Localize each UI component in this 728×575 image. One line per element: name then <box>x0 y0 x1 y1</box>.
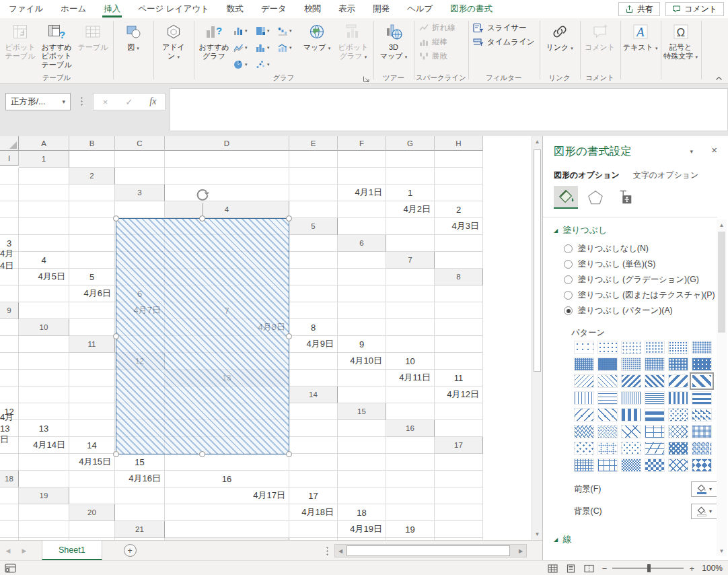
scroll-up-icon[interactable]: ▲ <box>717 219 727 230</box>
page-break-preview-button[interactable] <box>584 564 594 573</box>
pattern-swatch-weave[interactable] <box>668 425 688 438</box>
cell-H1[interactable] <box>0 168 19 184</box>
comment-button[interactable]: コメント <box>582 20 618 52</box>
cell-A16[interactable] <box>435 420 483 437</box>
cell-B20[interactable] <box>165 504 289 521</box>
row-header-4[interactable]: 4 <box>165 201 289 218</box>
insert-waterfall-chart-button[interactable]: ▾ <box>277 26 299 36</box>
row-header-14[interactable]: 14 <box>289 386 338 403</box>
cell-G17[interactable] <box>338 454 386 471</box>
timeline-button[interactable]: タイムライン <box>470 35 538 49</box>
cell-I19[interactable] <box>19 504 69 521</box>
pattern-swatch-small-checker-board[interactable] <box>621 459 641 472</box>
insert-combo-chart-button[interactable]: ▾ <box>277 42 299 53</box>
cell-G20[interactable] <box>0 521 19 538</box>
cell-E1[interactable] <box>338 151 386 168</box>
pattern-swatch-75[interactable] <box>645 358 665 371</box>
cell-C21[interactable]: 4月19日 <box>338 521 386 538</box>
cell-D19[interactable]: 17 <box>289 487 338 504</box>
cell-B3[interactable] <box>289 184 338 201</box>
cell-D1[interactable] <box>289 151 338 168</box>
fill-option-2[interactable]: 塗りつぶし (グラデーション)(G) <box>564 272 715 288</box>
cell-H9[interactable] <box>435 302 483 319</box>
insert-column-chart-button[interactable]: ▾ <box>232 26 254 36</box>
page-layout-view-button[interactable] <box>566 564 576 573</box>
resize-handle-ne[interactable] <box>286 215 292 222</box>
pattern-swatch-60[interactable] <box>597 358 618 371</box>
cell-B9[interactable] <box>69 302 115 319</box>
cell-G8[interactable] <box>338 285 386 302</box>
pivot-chart-button[interactable]: ピボットグラフ ▾ <box>335 20 371 61</box>
row-header-6[interactable]: 6 <box>338 235 386 252</box>
cell-B18[interactable] <box>69 471 115 487</box>
cell-C19[interactable]: 4月17日 <box>165 487 289 504</box>
pattern-swatch-dashed-vertical[interactable] <box>645 408 665 421</box>
name-box[interactable]: 正方形/... ▾ <box>5 93 71 110</box>
macro-record-icon[interactable] <box>5 564 16 573</box>
cell-C2[interactable] <box>289 168 338 184</box>
cell-E13[interactable] <box>0 386 19 403</box>
cell-D13[interactable]: 11 <box>435 370 483 386</box>
row-header-18[interactable]: 18 <box>0 471 19 487</box>
horizontal-scrollbar-thumb[interactable] <box>347 545 510 556</box>
column-header-A[interactable]: A <box>19 136 69 151</box>
cell-C15[interactable]: 4月13日 <box>0 420 19 437</box>
cell-I2[interactable] <box>69 184 115 201</box>
cell-I16[interactable] <box>386 437 435 454</box>
pane-close-icon[interactable]: × <box>711 144 717 156</box>
pattern-swatch-wide-upward-diagonal[interactable] <box>692 374 712 388</box>
tab-page-layout[interactable]: ページ レイアウト <box>129 0 218 18</box>
cell-E19[interactable] <box>338 487 386 504</box>
cell-A4[interactable] <box>289 201 338 218</box>
cell-F9[interactable] <box>338 302 386 319</box>
pattern-swatch-80[interactable] <box>668 358 688 371</box>
prev-sheet-icon[interactable]: ◀ <box>0 541 16 560</box>
selected-rectangle-shape[interactable] <box>116 218 289 454</box>
cell-D17[interactable]: 15 <box>115 454 165 471</box>
tab-developer[interactable]: 開発 <box>364 0 398 18</box>
cell-D18[interactable]: 16 <box>165 471 289 487</box>
cell-F3[interactable] <box>0 201 19 218</box>
collapse-ribbon-button[interactable] <box>715 75 723 81</box>
row-header-5[interactable]: 5 <box>289 218 338 235</box>
illustrations-button[interactable]: 図 ▾ <box>115 20 151 53</box>
column-header-D[interactable]: D <box>165 136 289 151</box>
row-header-7[interactable]: 7 <box>386 252 435 269</box>
cell-E12[interactable] <box>435 353 483 370</box>
pattern-swatch-large-grid[interactable] <box>597 459 618 472</box>
cell-E21[interactable] <box>435 521 483 538</box>
cell-D20[interactable]: 18 <box>338 504 386 521</box>
tab-file[interactable]: ファイル <box>0 0 52 18</box>
tab-text-options[interactable]: 文字のオプション <box>633 170 699 181</box>
cell-F11[interactable] <box>435 336 483 353</box>
effects-icon[interactable] <box>583 186 608 209</box>
cell-D15[interactable]: 13 <box>19 420 69 437</box>
cell-F5[interactable] <box>69 235 115 252</box>
vertical-scrollbar-thumb[interactable] <box>534 149 541 372</box>
cell-B8[interactable] <box>19 285 69 302</box>
pattern-swatch-light-upward-diagonal[interactable] <box>597 374 618 388</box>
cell-G16[interactable] <box>289 437 338 454</box>
pattern-swatch-diagonal-brick[interactable] <box>621 425 641 438</box>
pattern-swatch-25[interactable] <box>645 341 665 354</box>
cell-F1[interactable] <box>386 151 435 168</box>
insert-function-button[interactable]: fx <box>143 96 163 107</box>
column-header-C[interactable]: C <box>115 136 165 151</box>
tab-review[interactable]: 校閲 <box>295 0 330 18</box>
pattern-swatch-large-checker-board[interactable] <box>645 459 665 472</box>
cell-B1[interactable] <box>115 151 165 168</box>
link-button[interactable]: リンク ▾ <box>542 20 578 53</box>
tab-shape-options[interactable]: 図形のオプション <box>554 170 620 181</box>
vertical-scrollbar[interactable]: ▲ ▼ <box>532 136 542 540</box>
cell-E9[interactable] <box>289 302 338 319</box>
cell-C7[interactable]: 4月5日 <box>19 269 69 285</box>
row-header-8[interactable]: 8 <box>435 269 483 285</box>
tab-shape-format[interactable]: 図形の書式 <box>441 0 501 18</box>
pattern-swatch-dark-horizontal[interactable] <box>692 391 712 405</box>
pattern-swatch-dashed-downward-diagonal[interactable] <box>574 408 594 421</box>
cell-A6[interactable] <box>386 235 435 252</box>
cell-H2[interactable] <box>19 184 69 201</box>
cell-G1[interactable] <box>435 151 483 168</box>
comments-button[interactable]: コメント <box>665 2 724 16</box>
pane-scrollbar[interactable]: ▲ ▼ <box>717 219 727 556</box>
